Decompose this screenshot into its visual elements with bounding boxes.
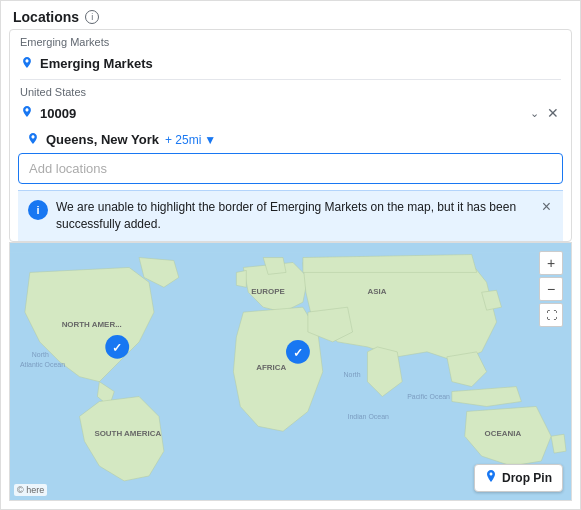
svg-text:Indian Ocean: Indian Ocean xyxy=(348,413,389,420)
world-map-svg: NORTH AMER... North Atlantic Ocean SOUTH… xyxy=(10,243,571,500)
svg-text:Atlantic Ocean: Atlantic Ocean xyxy=(20,360,65,367)
zoom-in-button[interactable]: + xyxy=(539,251,563,275)
pin-icon-queens xyxy=(26,133,40,147)
drop-pin-button[interactable]: Drop Pin xyxy=(474,464,563,492)
queens-item: Queens, New York + 25mi ▼ xyxy=(10,126,571,153)
info-banner: i We are unable to highlight the border … xyxy=(18,190,563,241)
pin-icon-drop xyxy=(485,470,497,486)
emerging-markets-label: Emerging Markets xyxy=(10,30,571,50)
svg-text:NORTH AMER...: NORTH AMER... xyxy=(62,320,122,329)
svg-text:AFRICA: AFRICA xyxy=(256,362,286,371)
locations-panel: Emerging Markets Emerging Markets United… xyxy=(9,29,572,242)
united-states-group: United States 10009 ⌄ ✕ Queens, New York xyxy=(10,80,571,153)
svg-text:SOUTH AMERICA: SOUTH AMERICA xyxy=(94,429,161,438)
svg-text:✓: ✓ xyxy=(293,345,303,359)
info-banner-text: We are unable to highlight the border of… xyxy=(56,199,532,233)
remove-zip-button[interactable]: ✕ xyxy=(545,104,561,122)
pin-icon-10009 xyxy=(20,106,34,120)
svg-text:EUROPE: EUROPE xyxy=(251,287,285,296)
pin-icon-emerging xyxy=(20,57,34,71)
here-watermark: © here xyxy=(14,484,47,496)
chevron-down-button[interactable]: ⌄ xyxy=(528,105,541,122)
united-states-label: United States xyxy=(10,80,571,100)
emerging-markets-item: Emerging Markets xyxy=(10,50,571,79)
info-banner-icon: i xyxy=(28,200,48,220)
zoom-out-button[interactable]: − xyxy=(539,277,563,301)
map-container: NORTH AMER... North Atlantic Ocean SOUTH… xyxy=(9,242,572,501)
map-controls: + − ⛶ xyxy=(539,251,563,327)
zip-controls: ⌄ ✕ xyxy=(528,104,561,122)
svg-text:Pacific Ocean: Pacific Ocean xyxy=(407,393,450,400)
map-background: NORTH AMER... North Atlantic Ocean SOUTH… xyxy=(10,243,571,500)
queens-name: Queens, New York xyxy=(46,132,159,147)
page-title: Locations xyxy=(13,9,79,25)
emerging-markets-group: Emerging Markets Emerging Markets xyxy=(10,30,571,79)
radius-text: + 25mi xyxy=(165,133,201,147)
svg-text:ASIA: ASIA xyxy=(367,287,386,296)
locations-container: Locations i Emerging Markets Emerging Ma… xyxy=(0,0,581,510)
emerging-markets-name: Emerging Markets xyxy=(40,56,561,71)
svg-text:OCEANIA: OCEANIA xyxy=(485,429,522,438)
locations-header: Locations i xyxy=(1,1,580,29)
add-locations-input[interactable] xyxy=(18,153,563,184)
radius-badge[interactable]: + 25mi ▼ xyxy=(165,133,216,147)
svg-text:✓: ✓ xyxy=(112,340,122,354)
add-locations-row xyxy=(10,153,571,190)
fullscreen-button[interactable]: ⛶ xyxy=(539,303,563,327)
drop-pin-label: Drop Pin xyxy=(502,471,552,485)
info-icon[interactable]: i xyxy=(85,10,99,24)
info-banner-close-button[interactable]: × xyxy=(540,199,553,215)
zip-code-name: 10009 xyxy=(40,106,522,121)
svg-text:North: North xyxy=(344,370,361,377)
svg-text:North: North xyxy=(32,350,49,357)
chevron-down-icon: ▼ xyxy=(204,133,216,147)
